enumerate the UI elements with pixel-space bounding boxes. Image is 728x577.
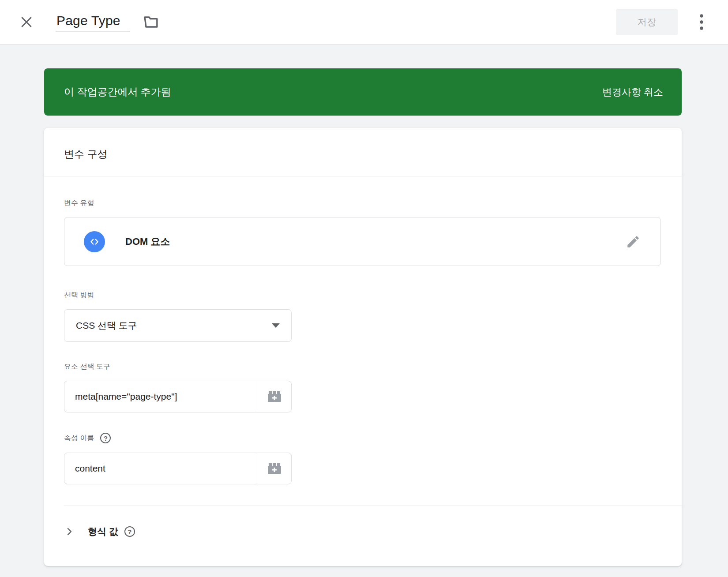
format-section-divider: [64, 506, 682, 506]
attribute-name-label: 속성 이름 ?: [64, 433, 661, 443]
folder-icon: [143, 15, 158, 29]
variable-type-value: DOM 요소: [125, 235, 170, 248]
chevron-right-icon: [64, 526, 75, 537]
element-selector-input[interactable]: [64, 381, 257, 412]
variable-config-card: 변수 구성 변수 유형 DOM 요소 선: [44, 128, 682, 566]
selection-method-value: CSS 선택 도구: [76, 319, 137, 332]
variable-config-form: 변수 유형 DOM 요소 선택 방법 CSS 선택 도구: [44, 176, 682, 484]
dom-element-icon: [84, 231, 105, 252]
element-selector-label: 요소 선택 도구: [64, 362, 661, 371]
attribute-name-label-text: 속성 이름: [64, 434, 94, 443]
kebab-menu-icon: [699, 13, 704, 31]
selection-method-select[interactable]: CSS 선택 도구: [64, 309, 292, 342]
workspace-banner: 이 작업공간에서 추가됨 변경사항 취소: [44, 68, 682, 116]
element-selector-variable-picker-button[interactable]: [257, 381, 291, 412]
element-selector-group: [64, 381, 292, 412]
kebab-menu-button[interactable]: [693, 12, 710, 32]
attribute-name-group: [64, 453, 292, 484]
card-title: 변수 구성: [44, 128, 682, 176]
brick-plus-icon: [267, 390, 281, 403]
header: Page Type 저장: [0, 0, 728, 44]
format-value-label: 형식 값: [88, 525, 118, 538]
code-brackets-icon: [89, 236, 100, 247]
variable-type-box[interactable]: DOM 요소: [64, 217, 661, 266]
close-button[interactable]: [18, 13, 35, 31]
attribute-name-input[interactable]: [64, 453, 257, 484]
edit-variable-type-button[interactable]: [623, 232, 643, 251]
banner-message: 이 작업공간에서 추가됨: [64, 85, 171, 99]
attribute-name-help-icon[interactable]: ?: [100, 433, 111, 443]
page-title: Page Type: [56, 13, 120, 28]
brick-plus-icon: [267, 462, 281, 475]
discard-changes-link[interactable]: 변경사항 취소: [602, 86, 663, 99]
format-value-expander[interactable]: 형식 값 ?: [64, 525, 662, 538]
variable-name-field[interactable]: Page Type: [56, 12, 130, 32]
pencil-icon: [626, 234, 641, 249]
variable-type-label: 변수 유형: [64, 199, 661, 208]
selection-method-label: 선택 방법: [64, 291, 661, 300]
format-value-help-icon[interactable]: ?: [124, 526, 135, 537]
attribute-name-variable-picker-button[interactable]: [257, 453, 291, 484]
main-content: 이 작업공간에서 추가됨 변경사항 취소 변수 구성 변수 유형 DOM 요소: [44, 68, 682, 566]
close-icon: [19, 15, 34, 30]
save-button[interactable]: 저장: [616, 9, 678, 35]
chevron-down-icon: [272, 323, 280, 328]
folder-button[interactable]: [142, 13, 160, 31]
